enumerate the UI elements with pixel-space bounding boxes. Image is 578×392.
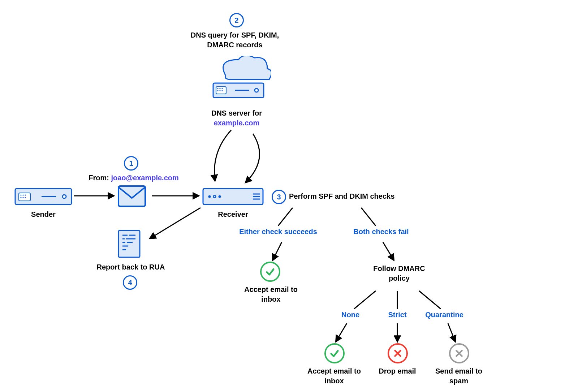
receiver-label: Receiver [215, 210, 251, 219]
step-3-text: Perform SPF and DKIM checks [289, 191, 397, 201]
accept-icon-primary [260, 262, 280, 282]
accept-icon-none [324, 343, 345, 363]
svg-line-3 [278, 208, 293, 226]
svg-line-7 [354, 291, 376, 309]
accept-label-primary: Accept email to inbox [242, 285, 300, 304]
report-icon [117, 229, 141, 258]
svg-point-35 [208, 195, 211, 198]
sender-label: Sender [22, 210, 65, 219]
step-3-badge: 3 [272, 190, 286, 204]
svg-line-2 [150, 208, 200, 238]
svg-point-19 [219, 90, 220, 91]
svg-point-22 [255, 89, 258, 92]
dns-server-label: DNS server for example.com [200, 108, 273, 128]
svg-line-9 [419, 291, 441, 309]
step-2-badge: 2 [229, 13, 244, 27]
svg-point-30 [25, 197, 26, 198]
drop-label: Drop email [372, 366, 423, 376]
policy-none: None [338, 310, 363, 320]
step-1-number: 1 [129, 159, 133, 168]
drop-icon [388, 343, 408, 363]
svg-line-12 [448, 323, 455, 341]
svg-point-17 [221, 88, 223, 89]
spam-label: Send email to spam [432, 366, 486, 386]
svg-point-25 [20, 194, 21, 195]
step-1-from: From: joao@example.com [87, 173, 181, 183]
step-4-badge: 4 [123, 275, 137, 290]
dmarc-flow-diagram: 2 DNS query for SPF, DKIM, DMARC records… [0, 0, 578, 392]
svg-line-10 [336, 323, 347, 341]
svg-point-18 [217, 90, 218, 91]
svg-line-5 [273, 242, 282, 260]
step-4-text: Report back to RUA [95, 262, 167, 272]
step-2-text: DNS query for SPF, DKIM, DMARC records [177, 30, 293, 50]
svg-point-16 [219, 88, 220, 89]
envelope-icon [117, 185, 146, 207]
follow-policy-label: Follow DMARC policy [365, 264, 434, 283]
dns-label-line1: DNS server for [211, 109, 262, 117]
policy-quarantine: Quarantine [421, 310, 468, 320]
svg-line-4 [361, 208, 376, 226]
svg-rect-45 [118, 231, 140, 257]
svg-point-15 [217, 88, 218, 89]
step-1-badge: 1 [124, 156, 138, 171]
svg-point-32 [62, 195, 66, 198]
dns-server-icon [206, 56, 271, 107]
svg-line-6 [383, 242, 394, 260]
step-2-number: 2 [234, 16, 238, 25]
branch-both-fail: Both checks fail [347, 227, 415, 237]
branch-either-succeeds: Either check succeeds [237, 227, 320, 237]
svg-point-29 [22, 197, 23, 198]
svg-rect-24 [19, 193, 30, 201]
svg-point-37 [219, 195, 221, 198]
svg-point-26 [22, 194, 23, 195]
from-address: joao@example.com [111, 174, 178, 182]
step-3-number: 3 [277, 193, 281, 201]
svg-point-20 [221, 90, 223, 91]
step-4-number: 4 [128, 279, 132, 287]
spam-icon [449, 343, 469, 363]
svg-point-27 [25, 194, 26, 195]
policy-strict: Strict [385, 310, 410, 320]
svg-point-28 [20, 197, 21, 198]
sender-icon [14, 188, 72, 205]
dns-domain: example.com [214, 119, 260, 127]
svg-rect-33 [118, 186, 145, 206]
receiver-icon [202, 188, 264, 205]
from-label: From: [89, 174, 109, 182]
accept-label-none: Accept email to inbox [305, 366, 363, 386]
